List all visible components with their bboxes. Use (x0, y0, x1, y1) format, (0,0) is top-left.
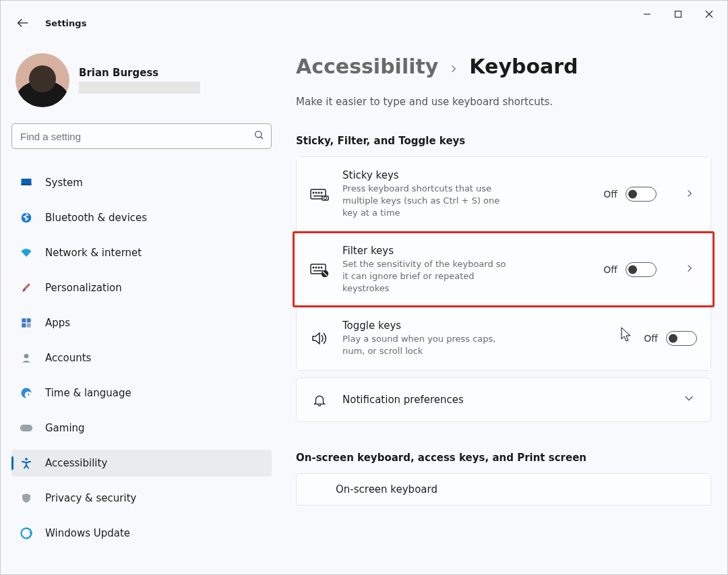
svg-point-25 (321, 193, 322, 193)
filter-keys-toggle[interactable] (626, 262, 657, 277)
nav-label: Gaming (45, 422, 85, 434)
setting-title: Sticky keys (342, 169, 590, 181)
setting-title: On-screen keyboard (336, 483, 437, 495)
bluetooth-icon (20, 211, 33, 224)
svg-point-14 (24, 354, 29, 359)
svg-line-6 (261, 137, 263, 139)
svg-point-5 (255, 131, 262, 138)
back-button[interactable] (13, 13, 33, 33)
nav-item-time-language[interactable]: Time & language (11, 380, 272, 406)
maximize-button[interactable] (663, 3, 694, 25)
content-pane: Accessibility Keyboard Make it easier to… (282, 48, 727, 574)
svg-rect-11 (27, 318, 31, 322)
search-box[interactable] (11, 123, 272, 149)
svg-rect-13 (27, 324, 31, 328)
nav-item-privacy[interactable]: Privacy & security (11, 485, 272, 512)
chevron-right-icon (449, 62, 458, 76)
update-icon (20, 526, 33, 540)
nav-label: Accounts (45, 352, 91, 364)
nav-item-apps[interactable]: Apps (11, 309, 272, 336)
nav-label: Time & language (45, 387, 131, 399)
avatar (16, 53, 69, 107)
setting-row-onscreen-keyboard[interactable]: On-screen keyboard (296, 473, 711, 506)
setting-title: Notification preferences (342, 394, 655, 406)
nav-item-accessibility[interactable]: Accessibility (11, 450, 272, 477)
monitor-icon (20, 176, 33, 189)
nav-item-accounts[interactable]: Accounts (11, 344, 272, 371)
setting-title: Toggle keys (342, 320, 630, 332)
breadcrumb-current: Keyboard (469, 55, 578, 78)
accessibility-icon (20, 456, 33, 470)
setting-row-toggle-keys[interactable]: Toggle keys Play a sound when you press … (297, 307, 710, 369)
nav-item-network[interactable]: Network & internet (11, 239, 272, 266)
svg-point-30 (313, 267, 313, 268)
expand-button[interactable] (682, 260, 697, 278)
nav-label: Accessibility (45, 457, 107, 469)
nav-label: Personalization (45, 282, 122, 294)
speaker-icon (310, 331, 329, 346)
setting-desc: Play a sound when you press caps, num, o… (342, 333, 511, 357)
svg-point-32 (318, 267, 319, 268)
sticky-keys-toggle[interactable] (626, 187, 657, 202)
minimize-button[interactable] (632, 3, 663, 25)
section-title-keys: Sticky, Filter, and Toggle keys (296, 135, 711, 147)
nav-item-bluetooth[interactable]: Bluetooth & devices (11, 204, 272, 231)
gamepad-icon (20, 421, 33, 435)
nav-item-gaming[interactable]: Gaming (11, 415, 272, 442)
setting-row-filter-keys[interactable]: Filter keys Set the sensitivity of the k… (293, 232, 714, 307)
sidebar: Brian Burgess System (1, 48, 282, 574)
keyboard-filter-icon (310, 262, 329, 277)
nav-label: Windows Update (45, 527, 130, 539)
svg-rect-26 (313, 195, 323, 197)
nav-item-personalization[interactable]: Personalization (11, 274, 272, 301)
setting-row-notification-preferences[interactable]: Notification preferences (296, 377, 711, 422)
toggle-state: Off (644, 333, 658, 344)
nav-label: Network & internet (45, 247, 142, 259)
profile-block[interactable]: Brian Burgess (11, 48, 272, 123)
close-button[interactable] (694, 3, 725, 25)
nav-label: Privacy & security (45, 492, 136, 504)
svg-point-24 (318, 193, 319, 193)
breadcrumb: Accessibility Keyboard (296, 55, 711, 78)
profile-email-redacted (79, 82, 200, 94)
svg-rect-34 (313, 270, 323, 272)
section-title-osk: On-screen keyboard, access keys, and Pri… (296, 452, 711, 464)
keyboard-icon (310, 187, 329, 201)
profile-username: Brian Burgess (79, 67, 200, 79)
bell-icon (310, 392, 329, 407)
window-titlebar (1, 1, 727, 28)
toggle-keys-toggle[interactable] (666, 331, 697, 346)
setting-desc: Press keyboard shortcuts that use multip… (342, 183, 511, 220)
shield-icon (20, 491, 33, 505)
expand-button[interactable] (681, 390, 697, 409)
svg-point-18 (25, 458, 28, 460)
nav-item-windows-update[interactable]: Windows Update (11, 520, 272, 547)
expand-button[interactable] (682, 185, 697, 204)
toggle-state: Off (603, 264, 617, 275)
svg-rect-12 (22, 324, 26, 328)
search-icon (253, 129, 264, 143)
svg-point-31 (315, 267, 316, 268)
nav-item-system[interactable]: System (11, 169, 272, 196)
nav-label: Apps (45, 317, 70, 329)
nav-label: System (45, 177, 83, 189)
setting-row-sticky-keys[interactable]: Sticky keys Press keyboard shortcuts tha… (297, 157, 710, 232)
svg-point-23 (315, 193, 316, 193)
svg-rect-1 (675, 11, 681, 18)
breadcrumb-parent[interactable]: Accessibility (296, 55, 438, 78)
person-icon (20, 351, 33, 365)
page-subtitle: Make it easier to type and use keyboard … (296, 96, 711, 108)
svg-rect-17 (20, 425, 32, 431)
svg-point-22 (313, 193, 313, 193)
apps-icon (20, 316, 33, 330)
svg-point-33 (321, 267, 322, 268)
svg-rect-10 (22, 318, 26, 322)
keys-card-list: Sticky keys Press keyboard shortcuts tha… (296, 156, 711, 371)
setting-desc: Set the sensitivity of the keyboard so i… (342, 258, 511, 295)
paintbrush-icon (20, 281, 33, 295)
search-input[interactable] (19, 130, 253, 143)
nav-list: System Bluetooth & devices Network & int… (11, 169, 272, 547)
wifi-icon (20, 246, 33, 260)
nav-label: Bluetooth & devices (45, 212, 147, 224)
setting-title: Filter keys (342, 245, 590, 257)
